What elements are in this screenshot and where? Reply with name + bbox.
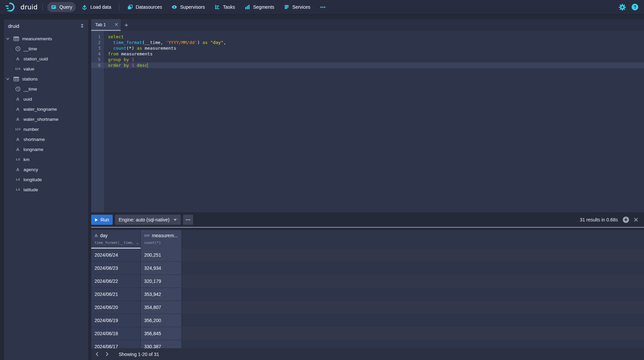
tab-close-icon[interactable] xyxy=(115,23,118,26)
table-row: 2024/06/17330,387 xyxy=(91,340,644,348)
cell-measurements[interactable]: 353,942 xyxy=(141,288,182,301)
tree-column-station_uuid[interactable]: Astation_uuid xyxy=(4,54,88,64)
cell-measurements[interactable]: 320,179 xyxy=(141,275,182,288)
time-type-icon xyxy=(14,87,21,92)
services-icon xyxy=(284,4,289,10)
float-type-icon: 1.0 xyxy=(14,188,21,191)
next-page-button[interactable] xyxy=(103,350,111,359)
string-type-icon: A xyxy=(14,147,21,152)
gear-icon[interactable] xyxy=(619,4,626,11)
cell-measurements[interactable]: 324,934 xyxy=(141,262,182,275)
divider xyxy=(42,3,43,11)
tree-column-latitude[interactable]: 1.0latitude xyxy=(4,185,88,195)
cell-measurements[interactable]: 200,251 xyxy=(141,249,182,262)
nav-item-services[interactable]: Services xyxy=(280,2,314,12)
logo-text: druid xyxy=(20,3,38,11)
results-body: 2024/06/24200,2512024/06/23324,9342024/0… xyxy=(91,249,644,348)
string-type-icon: A xyxy=(14,97,21,102)
cell-day[interactable]: 2024/06/23 xyxy=(91,262,141,275)
text-cursor xyxy=(147,63,148,68)
more-icon xyxy=(320,6,326,8)
table-row: 2024/06/24200,251 xyxy=(91,249,644,262)
cell-day[interactable]: 2024/06/18 xyxy=(91,327,141,340)
cell-measurements[interactable]: 356,845 xyxy=(141,327,182,340)
sort-icon[interactable] xyxy=(80,23,84,28)
number-type-icon: 123 xyxy=(144,234,150,237)
tree-table-measurements[interactable]: measurements xyxy=(4,34,88,44)
string-type-icon: A xyxy=(14,137,21,142)
sidebar: druid measurements__timeAstation_uuid123… xyxy=(4,19,88,360)
editor-gutter: 123456 xyxy=(91,31,104,212)
nav-item-query[interactable]: Query xyxy=(47,2,76,12)
table-row: 2024/06/18356,845 xyxy=(91,327,644,340)
tree-column-number[interactable]: 123number xyxy=(4,124,88,134)
segments-icon xyxy=(245,4,250,10)
chevron-down-icon[interactable] xyxy=(6,38,10,40)
nav-item-tasks[interactable]: Tasks xyxy=(211,2,239,12)
tab-1[interactable]: Tab 1 xyxy=(91,19,121,31)
cell-measurements[interactable]: 330,387 xyxy=(141,340,182,348)
column-header-day[interactable]: Aday time_format(__time, … xyxy=(91,230,141,249)
nav-more-button[interactable] xyxy=(316,2,329,12)
table-row: 2024/06/21353,942 xyxy=(91,288,644,301)
float-type-icon: 1.0 xyxy=(14,158,21,161)
tree-column-km[interactable]: 1.0km xyxy=(4,154,88,164)
nav-right: ? xyxy=(619,4,638,11)
column-header-measurements[interactable]: 123measurem... count(*) xyxy=(141,230,182,249)
nav-item-supervisors[interactable]: Supervisors xyxy=(168,2,209,12)
engine-select[interactable]: Engine: auto (sql-native) xyxy=(115,215,181,225)
table-row: 2024/06/19356,200 xyxy=(91,314,644,327)
table-icon xyxy=(13,76,19,82)
table-row: 2024/06/23324,934 xyxy=(91,262,644,275)
tree-column-uuid[interactable]: Auuid xyxy=(4,94,88,104)
nav-item-datasources[interactable]: Datasources xyxy=(124,2,166,12)
cell-day[interactable]: 2024/06/24 xyxy=(91,249,141,262)
tabbar: Tab 1 xyxy=(91,19,644,31)
results-header: Aday time_format(__time, … 123measurem..… xyxy=(91,230,644,249)
cell-day[interactable]: 2024/06/22 xyxy=(91,275,141,288)
string-type-icon: A xyxy=(14,167,21,172)
nav-items: QueryLoad dataDatasourcesSupervisorsTask… xyxy=(47,2,331,12)
tree-column-__time[interactable]: __time xyxy=(4,44,88,54)
navbar: druid QueryLoad dataDatasourcesSuperviso… xyxy=(0,0,644,15)
tree-column-longitude[interactable]: 1.0longitude xyxy=(4,174,88,185)
close-results-icon[interactable] xyxy=(634,218,638,222)
download-icon[interactable] xyxy=(623,216,629,223)
run-more-button[interactable] xyxy=(183,215,193,225)
tree-column-value[interactable]: 123value xyxy=(4,64,88,74)
cell-day[interactable]: 2024/06/19 xyxy=(91,314,141,327)
tree-column-__time[interactable]: __time xyxy=(4,84,88,94)
results-table: Aday time_format(__time, … 123measurem..… xyxy=(91,230,644,348)
cell-measurements[interactable]: 356,200 xyxy=(141,314,182,327)
tasks-icon xyxy=(215,4,220,10)
tree-column-agency[interactable]: Aagency xyxy=(4,164,88,174)
prev-page-button[interactable] xyxy=(93,350,101,359)
caret-down-icon xyxy=(173,219,177,221)
sql-editor[interactable]: 123456 select time_format(__time, 'YYYY/… xyxy=(91,31,644,212)
pagination: Showing 1-20 of 31 xyxy=(91,348,644,360)
string-type-icon: A xyxy=(14,56,21,61)
schema-header[interactable]: druid xyxy=(4,19,88,32)
tree-column-water_shortname[interactable]: Awater_shortname xyxy=(4,114,88,124)
add-tab-button[interactable] xyxy=(121,19,132,31)
editor-code[interactable]: select time_format(__time, 'YYYY/MM/dd')… xyxy=(104,31,644,212)
tree-column-longname[interactable]: Alongname xyxy=(4,144,88,154)
tree-column-water_longname[interactable]: Awater_longname xyxy=(4,104,88,114)
int-type-icon: 123 xyxy=(14,67,21,70)
cell-measurements[interactable]: 354,807 xyxy=(141,301,182,314)
cell-day[interactable]: 2024/06/17 xyxy=(91,340,141,348)
eye-icon xyxy=(172,4,177,10)
splitter-handle[interactable] xyxy=(91,227,644,228)
cell-day[interactable]: 2024/06/21 xyxy=(91,288,141,301)
tree-table-stations[interactable]: stations xyxy=(4,74,88,84)
string-type-icon: A xyxy=(14,117,21,122)
nav-item-load-data[interactable]: Load data xyxy=(78,2,115,12)
chevron-down-icon[interactable] xyxy=(6,78,10,80)
help-icon[interactable]: ? xyxy=(632,4,638,10)
nav-item-segments[interactable]: Segments xyxy=(241,2,278,12)
cell-day[interactable]: 2024/06/20 xyxy=(91,301,141,314)
tree-column-shortname[interactable]: Ashortname xyxy=(4,134,88,144)
run-button[interactable]: Run xyxy=(91,215,113,225)
main-panel: Tab 1 123456 select time_format(__time, … xyxy=(91,15,644,360)
druid-logo-icon[interactable] xyxy=(5,2,18,12)
